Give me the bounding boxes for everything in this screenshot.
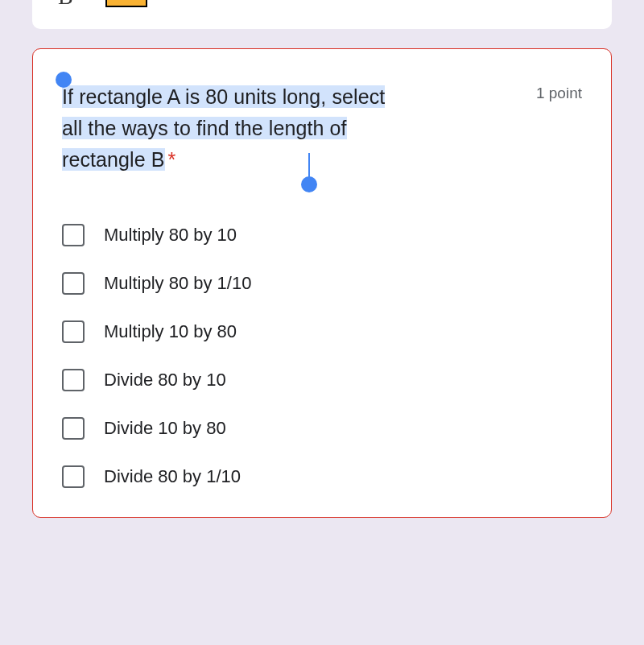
rectangle-b-shape bbox=[105, 0, 147, 7]
rectangle-row: B bbox=[58, 0, 586, 10]
option-5[interactable]: Divide 80 by 1/10 bbox=[62, 453, 582, 501]
option-label: Multiply 80 by 10 bbox=[104, 225, 237, 246]
option-label: Multiply 80 by 1/10 bbox=[104, 273, 251, 294]
selection-handle-start-icon[interactable] bbox=[56, 72, 72, 88]
option-label: Multiply 10 by 80 bbox=[104, 321, 237, 342]
question-header: If rectangle A is 80 units long, select … bbox=[62, 81, 582, 175]
option-label: Divide 10 by 80 bbox=[104, 418, 226, 439]
option-label: Divide 80 by 1/10 bbox=[104, 466, 241, 487]
previous-question-card: B bbox=[32, 0, 612, 29]
option-1[interactable]: Multiply 80 by 1/10 bbox=[62, 259, 582, 308]
required-indicator: * bbox=[168, 148, 176, 171]
checkbox-icon[interactable] bbox=[62, 320, 85, 343]
checkbox-icon[interactable] bbox=[62, 224, 85, 246]
question-text-container[interactable]: If rectangle A is 80 units long, select … bbox=[62, 81, 400, 175]
checkbox-icon[interactable] bbox=[62, 369, 85, 391]
question-card: If rectangle A is 80 units long, select … bbox=[32, 48, 612, 518]
options-list: Multiply 80 by 10 Multiply 80 by 1/10 Mu… bbox=[62, 211, 582, 501]
option-3[interactable]: Divide 80 by 10 bbox=[62, 356, 582, 404]
selection-caret-icon bbox=[308, 153, 310, 177]
option-2[interactable]: Multiply 10 by 80 bbox=[62, 308, 582, 356]
checkbox-icon[interactable] bbox=[62, 417, 85, 440]
option-label: Divide 80 by 10 bbox=[104, 370, 226, 391]
option-4[interactable]: Divide 10 by 80 bbox=[62, 404, 582, 453]
rectangle-b-label: B bbox=[58, 0, 73, 10]
selection-handle-end-icon[interactable] bbox=[301, 176, 317, 192]
question-points: 1 point bbox=[536, 85, 582, 102]
checkbox-icon[interactable] bbox=[62, 272, 85, 295]
selected-text: If rectangle A is 80 units long, select … bbox=[62, 85, 385, 171]
option-0[interactable]: Multiply 80 by 10 bbox=[62, 211, 582, 259]
checkbox-icon[interactable] bbox=[62, 465, 85, 488]
question-text[interactable]: If rectangle A is 80 units long, select … bbox=[62, 85, 385, 171]
